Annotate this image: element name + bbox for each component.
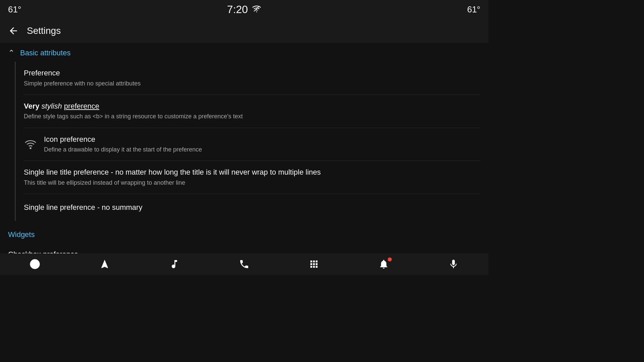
pref-preference[interactable]: Preference Simple preference with no spe… — [16, 62, 488, 95]
nav-music[interactable] — [162, 256, 186, 272]
collapse-icon-basic-attributes[interactable]: ⌃ — [8, 48, 15, 58]
pref-preference-title: Preference — [24, 68, 480, 78]
section-basic-attributes-header[interactable]: ⌃ Basic attributes — [0, 43, 488, 62]
pref-single-line-title-summary: This title will be ellipsized instead of… — [24, 179, 480, 187]
pref-checkbox-text: Checkbox preference Tap anywhere in this… — [8, 250, 464, 253]
nav-notifications[interactable] — [372, 256, 396, 272]
pref-stylish-summary: Define style tags such as <b> in a strin… — [24, 112, 480, 121]
header: Settings — [0, 19, 488, 43]
pref-icon-wifi-icon — [24, 138, 37, 150]
pref-icon[interactable]: Icon preference Define a drawable to dis… — [16, 128, 488, 161]
pref-checkbox-title: Checkbox preference — [8, 250, 464, 253]
pref-icon-title: Icon preference — [44, 135, 480, 144]
section-basic-attributes-title: Basic attributes — [20, 49, 70, 57]
basic-attributes-list: Preference Simple preference with no spe… — [15, 62, 488, 221]
bottom-nav — [0, 253, 488, 275]
widgets-section: Widgets Checkbox preference Tap anywhere… — [0, 224, 488, 253]
main-content: ⌃ Basic attributes Preference Simple pre… — [0, 43, 488, 253]
temp-left: 61° — [8, 4, 21, 15]
svg-point-3 — [31, 260, 40, 269]
pref-stylish-italic: stylish — [42, 102, 64, 110]
nav-phone[interactable] — [232, 256, 256, 272]
pref-single-line-no-summary-text: Single line preference - no summary — [24, 203, 480, 213]
pref-single-line-no-summary[interactable]: Single line preference - no summary — [16, 194, 488, 221]
page-title: Settings — [27, 25, 61, 36]
nav-home[interactable] — [23, 256, 47, 272]
pref-preference-text: Preference Simple preference with no spe… — [24, 68, 480, 88]
temp-right: 61° — [467, 4, 480, 15]
notification-badge — [388, 257, 392, 261]
back-button[interactable] — [8, 25, 19, 36]
pref-icon-summary: Define a drawable to display it at the s… — [44, 145, 480, 154]
svg-point-2 — [30, 148, 31, 149]
pref-stylish-text: Very stylish preference Define style tag… — [24, 102, 480, 121]
nav-mic[interactable] — [441, 256, 466, 272]
pref-checkbox[interactable]: Checkbox preference Tap anywhere in this… — [0, 243, 488, 253]
pref-single-line-title-title: Single line title preference - no matter… — [24, 168, 480, 177]
status-bar: 61° 7:20 61° — [0, 0, 488, 19]
pref-stylish[interactable]: Very stylish preference Define style tag… — [16, 95, 488, 128]
nav-apps[interactable] — [302, 256, 326, 272]
pref-single-line-no-summary-title: Single line preference - no summary — [24, 203, 480, 213]
pref-preference-summary: Simple preference with no special attrib… — [24, 79, 480, 88]
pref-stylish-title: Very stylish preference — [24, 102, 480, 111]
status-time: 7:20 — [227, 3, 248, 16]
pref-stylish-bold: Very — [24, 102, 42, 110]
pref-icon-text: Icon preference Define a drawable to dis… — [44, 135, 480, 154]
pref-single-line-title[interactable]: Single line title preference - no matter… — [16, 161, 488, 194]
section-widgets-header[interactable]: Widgets — [0, 224, 488, 243]
section-widgets-title: Widgets — [8, 230, 35, 239]
pref-stylish-underline: preference — [64, 102, 99, 110]
pref-single-line-title-text: Single line title preference - no matter… — [24, 168, 480, 187]
wifi-status-icon — [252, 4, 261, 15]
status-center: 7:20 — [227, 3, 261, 16]
nav-navigation[interactable] — [93, 256, 117, 272]
